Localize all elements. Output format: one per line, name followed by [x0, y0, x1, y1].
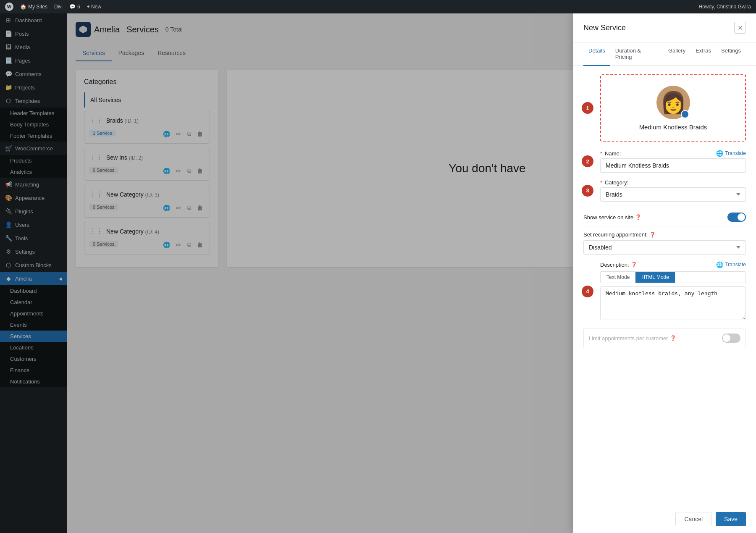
description-mode-selector: Text Mode HTML Mode	[600, 271, 746, 283]
comments-link[interactable]: 💬 6	[69, 4, 80, 10]
description-section: 4 Description: ❓ 🌐 Translate Text Mode H…	[600, 261, 746, 321]
step1-badge: 1	[582, 102, 593, 114]
recurring-section: Set recurring appointment: ❓ Disabled En…	[583, 231, 746, 255]
show-service-row: Show service on site ❓	[583, 208, 746, 226]
panel-body: 1 👩 Medium Knotless Braids 2 * Name:	[573, 66, 756, 505]
name-translate-btn[interactable]: 🌐 Translate	[716, 150, 746, 157]
globe-icon: 🌐	[716, 150, 723, 157]
description-textarea[interactable]: Medium knotless braids, any length	[600, 286, 746, 320]
comment-icon: 💬	[69, 4, 76, 10]
new-service-panel: New Service ✕ Details Duration & Pricing…	[573, 13, 756, 533]
step4-badge: 4	[582, 286, 593, 297]
panel-tabs: Details Duration & Pricing Gallery Extra…	[573, 42, 756, 66]
divi-link[interactable]: Divi	[54, 4, 63, 10]
limit-appointments-row: Limit appointments per customer ❓	[583, 328, 746, 348]
panel-tab-duration-pricing[interactable]: Duration & Pricing	[610, 42, 663, 66]
description-translate-btn[interactable]: 🌐 Translate	[716, 261, 746, 268]
panel-footer: Cancel Save	[573, 505, 756, 533]
name-field-group: * Name: 🌐 Translate	[600, 150, 746, 173]
category-field-group: * Category: Braids Sew Ins New Category	[600, 179, 746, 202]
text-mode-btn[interactable]: Text Mode	[601, 272, 635, 283]
panel-tab-details[interactable]: Details	[583, 42, 610, 66]
avatar-container: 👩	[656, 86, 690, 119]
wp-logo-icon: W	[5, 3, 13, 11]
recurring-select[interactable]: Disabled Enabled	[583, 240, 746, 255]
help-icon: ❓	[631, 262, 637, 268]
panel-tab-extras[interactable]: Extras	[690, 42, 716, 66]
new-content-link[interactable]: + New	[87, 4, 101, 10]
name-section: 2 * Name: 🌐 Translate	[600, 150, 746, 173]
step2-badge: 2	[582, 155, 593, 167]
help-icon: ❓	[649, 232, 656, 238]
admin-bar: W 🏠 My Sites Divi 💬 6 + New Howdy, Chris…	[0, 0, 756, 13]
category-section: 3 * Category: Braids Sew Ins New Categor…	[600, 179, 746, 202]
image-upload-area[interactable]: 👩 Medium Knotless Braids	[600, 74, 746, 142]
category-select[interactable]: Braids Sew Ins New Category	[600, 187, 746, 202]
cancel-button[interactable]: Cancel	[675, 512, 711, 526]
show-service-toggle[interactable]	[727, 213, 746, 222]
name-input[interactable]	[600, 158, 746, 173]
help-icon: ❓	[670, 335, 676, 341]
home-icon: 🏠	[20, 4, 26, 10]
panel-header: New Service ✕	[573, 13, 756, 42]
panel-tab-settings[interactable]: Settings	[716, 42, 746, 66]
image-upload-section: 1 👩 Medium Knotless Braids	[600, 74, 746, 142]
step3-badge: 3	[582, 185, 593, 197]
service-name-display: Medium Knotless Braids	[639, 123, 707, 131]
user-greeting: Howdy, Christina Gwira	[699, 4, 751, 10]
html-mode-btn[interactable]: HTML Mode	[635, 272, 675, 283]
close-button[interactable]: ✕	[734, 22, 746, 34]
avatar-online-dot	[681, 110, 689, 118]
limit-toggle[interactable]	[722, 333, 740, 343]
toggle-knob	[723, 334, 730, 342]
panel-tab-gallery[interactable]: Gallery	[663, 42, 690, 66]
save-button[interactable]: Save	[716, 512, 746, 526]
my-sites-link[interactable]: 🏠 My Sites	[20, 4, 47, 10]
toggle-knob	[738, 213, 745, 221]
panel-title: New Service	[583, 24, 626, 32]
help-icon: ❓	[635, 214, 641, 220]
globe-icon: 🌐	[716, 261, 723, 268]
